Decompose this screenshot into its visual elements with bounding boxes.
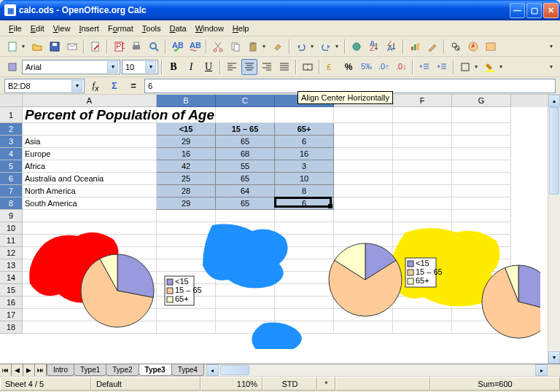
cell[interactable]	[393, 160, 452, 173]
menu-insert[interactable]: Insert	[74, 23, 104, 34]
paste-dropdown[interactable]: ▾	[262, 43, 268, 50]
col-header-g[interactable]: G	[452, 95, 511, 107]
bgcolor-button[interactable]	[482, 59, 498, 75]
cell[interactable]: 65	[216, 197, 275, 210]
scroll-down-button[interactable]: ▾	[548, 351, 560, 364]
equals-button[interactable]: =	[125, 78, 141, 94]
tab-first-button[interactable]: ⏮	[0, 364, 12, 376]
tab-last-button[interactable]: ⏭	[35, 364, 47, 376]
cell[interactable]: 15 – 65	[216, 123, 275, 136]
row-header[interactable]: 15	[0, 284, 23, 297]
row-header[interactable]: 5	[0, 160, 23, 173]
paintbrush-button[interactable]	[270, 39, 286, 55]
menu-data[interactable]: Data	[165, 23, 190, 34]
scroll-up-button[interactable]: ▴	[548, 95, 560, 107]
print-button[interactable]	[128, 39, 144, 55]
cell[interactable]: 8	[275, 185, 334, 197]
cell[interactable]	[393, 123, 452, 136]
cell[interactable]	[157, 107, 216, 123]
cell[interactable]	[452, 185, 511, 197]
borders-button[interactable]	[457, 59, 473, 75]
cell[interactable]: 10	[275, 173, 334, 185]
row-header[interactable]: 10	[0, 222, 23, 235]
preview-button[interactable]	[146, 39, 162, 55]
open-button[interactable]	[29, 39, 45, 55]
menu-window[interactable]: Window	[191, 23, 228, 34]
cell[interactable]: 16	[157, 148, 216, 160]
cut-button[interactable]	[210, 39, 226, 55]
sheet-tab[interactable]: Type4	[171, 364, 204, 376]
cell[interactable]: 16	[275, 148, 334, 160]
edit-button[interactable]	[88, 39, 104, 55]
cell[interactable]: 64	[216, 185, 275, 197]
row-header[interactable]: 7	[0, 185, 23, 197]
underline-button[interactable]: U	[201, 59, 217, 75]
cell-reference-combo[interactable]: B2:D8▾	[4, 79, 85, 93]
maximize-button[interactable]: ▢	[526, 3, 542, 18]
cell[interactable]	[393, 173, 452, 185]
col-header-f[interactable]: F	[393, 95, 452, 107]
tab-next-button[interactable]: ▶	[23, 364, 35, 376]
draw-button[interactable]	[424, 39, 440, 55]
cell[interactable]: 65	[216, 136, 275, 148]
undo-dropdown[interactable]: ▾	[311, 43, 316, 50]
add-decimal-button[interactable]: .0↑	[376, 59, 392, 75]
cell[interactable]	[452, 173, 511, 185]
cell[interactable]: South America	[23, 197, 157, 210]
cell[interactable]: 65	[216, 173, 275, 185]
cell[interactable]: 29	[157, 136, 216, 148]
row-header[interactable]: 18	[0, 321, 23, 334]
cell[interactable]	[334, 107, 393, 123]
increase-indent-button[interactable]	[434, 59, 450, 75]
decrease-indent-button[interactable]	[416, 59, 432, 75]
cell[interactable]: 55	[216, 160, 275, 173]
row-header[interactable]: 16	[0, 297, 23, 309]
sheet-tab[interactable]: Type2	[106, 364, 139, 376]
font-name-combo[interactable]: Arial▾	[22, 60, 120, 74]
cell[interactable]	[452, 123, 511, 136]
cell[interactable]: 28	[157, 185, 216, 197]
status-sum[interactable]: Sum=600	[430, 377, 560, 391]
bgcolor-dropdown[interactable]: ▾	[499, 63, 505, 70]
scroll-left-button[interactable]: ◂	[206, 364, 219, 376]
cell[interactable]	[393, 185, 452, 197]
cell[interactable]	[275, 107, 334, 123]
cell[interactable]	[452, 197, 511, 210]
cell[interactable]	[334, 148, 393, 160]
remove-decimal-button[interactable]: .0↓	[393, 59, 409, 75]
col-header-c[interactable]: C	[216, 95, 275, 107]
cell[interactable]	[334, 136, 393, 148]
cell[interactable]	[216, 107, 275, 123]
menu-help[interactable]: Help	[228, 23, 254, 34]
menu-file[interactable]: File	[4, 23, 26, 34]
cell[interactable]	[275, 210, 334, 222]
cell[interactable]	[393, 148, 452, 160]
cell[interactable]: Australia and Oceania	[23, 173, 157, 185]
hyperlink-button[interactable]	[349, 39, 365, 55]
row-header[interactable]: 1	[0, 107, 23, 123]
cell[interactable]	[334, 185, 393, 197]
horizontal-scrollbar[interactable]: ◂ ▸	[206, 364, 548, 376]
borders-dropdown[interactable]: ▾	[475, 63, 481, 70]
cell[interactable]: 6	[275, 136, 334, 148]
cell[interactable]: 65+	[275, 123, 334, 136]
row-header[interactable]: 3	[0, 136, 23, 148]
sheet-tab[interactable]: Intro	[47, 364, 74, 376]
align-left-button[interactable]	[224, 59, 240, 75]
currency-button[interactable]: ₤	[323, 59, 339, 75]
cell[interactable]	[157, 210, 216, 222]
cell[interactable]	[452, 160, 511, 173]
cell[interactable]	[334, 210, 393, 222]
menu-tools[interactable]: Tools	[138, 23, 166, 34]
row-header[interactable]: 8	[0, 197, 23, 210]
cell[interactable]: North America	[23, 185, 157, 197]
cell[interactable]	[452, 107, 511, 123]
cell[interactable]: 29	[157, 197, 216, 210]
sum-button[interactable]: Σ	[106, 78, 122, 94]
sheet-tab[interactable]: Type3	[139, 364, 172, 376]
save-button[interactable]	[47, 39, 63, 55]
toolbar2-overflow[interactable]: ▾	[550, 63, 556, 70]
cell[interactable]: Europe	[23, 148, 157, 160]
cell[interactable]	[334, 197, 393, 210]
row-header[interactable]: 9	[0, 210, 23, 222]
